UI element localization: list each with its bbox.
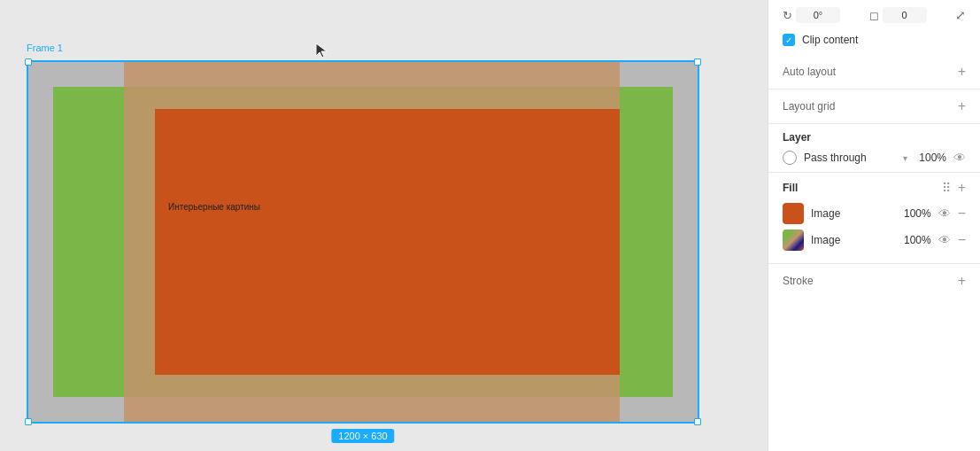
stroke-add-icon[interactable]: + (958, 273, 966, 289)
clip-content-label: Clip content (802, 34, 858, 46)
frame-label: Frame 1 (27, 43, 63, 53)
auto-layout-label: Auto layout (783, 66, 836, 78)
fill-label-2: Image (811, 234, 892, 246)
resize-icon: ⤢ (955, 8, 966, 22)
dimension-badge: 1200 × 630 (331, 429, 394, 443)
fill-header: Fill ⠿ + (783, 180, 966, 196)
canvas: Frame 1 Интерьерные картины 1200 × 630 (0, 0, 768, 451)
layout-grid-section: Layout grid + (768, 89, 980, 124)
checkmark-icon: ✓ (785, 35, 792, 45)
fill-item-2: Image 100% 👁 − (783, 229, 966, 251)
rotation-group: ↻ (783, 7, 862, 23)
fill-remove-icon-1[interactable]: − (958, 206, 966, 222)
blend-mode-label[interactable]: Pass through (804, 152, 896, 164)
fill-item-1: Image 100% 👁 − (783, 203, 966, 224)
auto-layout-section: Auto layout + (768, 55, 980, 89)
fill-visibility-icon-1[interactable]: 👁 (938, 206, 951, 221)
right-panel: ↻ ◻ ⤢ ✓ Clip content Auto layout + Layou… (768, 0, 980, 451)
fill-label-1: Image (811, 207, 892, 220)
cursor-icon (314, 42, 328, 59)
stroke-title: Stroke (783, 275, 814, 287)
fill-opacity-2[interactable]: 100% (899, 234, 931, 246)
auto-layout-add-icon[interactable]: + (958, 64, 966, 80)
fill-opacity-1[interactable]: 100% (899, 207, 931, 220)
fill-actions: ⠿ + (942, 180, 966, 196)
rotation-icon: ↻ (783, 9, 792, 22)
layout-grid-add-icon[interactable]: + (958, 98, 966, 114)
fill-visibility-icon-2[interactable]: 👁 (938, 233, 951, 247)
layer-row: Pass through ▾ 100% 👁 (783, 151, 966, 165)
layer-section: Layer Pass through ▾ 100% 👁 (768, 124, 980, 173)
rotation-input[interactable] (796, 7, 840, 23)
fill-swatch-2[interactable] (783, 229, 804, 251)
orange-layer (155, 109, 620, 375)
fill-grid-icon[interactable]: ⠿ (942, 181, 951, 195)
fill-section: Fill ⠿ + Image 100% 👁 − Image 100% 👁 − (768, 173, 980, 264)
clip-content-checkbox[interactable]: ✓ (783, 34, 795, 46)
frame-text-label: Интерьерные картины (168, 202, 260, 212)
layer-opacity-value[interactable]: 100% (914, 152, 946, 164)
corner-input[interactable] (883, 7, 927, 23)
corner-group: ◻ (869, 7, 949, 23)
blend-mode-arrow-icon: ▾ (903, 153, 907, 163)
frame-content: Интерьерные картины (27, 60, 699, 424)
fill-remove-icon-2[interactable]: − (958, 232, 966, 248)
clip-content-row: ✓ Clip content (768, 28, 980, 55)
corner-icon: ◻ (869, 9, 879, 22)
blend-mode-icon (783, 151, 797, 165)
fill-title: Fill (783, 182, 798, 194)
fill-add-icon[interactable]: + (958, 180, 966, 196)
layer-title: Layer (783, 131, 966, 144)
fill-swatch-1[interactable] (783, 203, 804, 224)
transform-row: ↻ ◻ ⤢ (768, 0, 980, 28)
stroke-section: Stroke + (768, 264, 980, 298)
layout-grid-label: Layout grid (783, 100, 835, 113)
layer-visibility-icon[interactable]: 👁 (953, 151, 966, 165)
frame-container[interactable]: Frame 1 Интерьерные картины 1200 × 630 (27, 60, 699, 424)
